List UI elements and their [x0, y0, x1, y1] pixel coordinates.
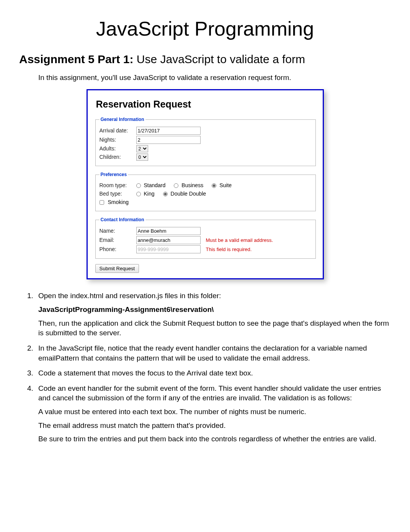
legend-preferences: Preferences	[100, 171, 128, 178]
step-1-path: JavaScriptProgramming-Assignment6\reserv…	[38, 305, 391, 315]
room-standard-label: Standard	[144, 182, 166, 189]
nights-label: Nights:	[100, 136, 134, 144]
email-input[interactable]	[136, 236, 201, 244]
fieldset-contact: Contact Information Name: Email: Must be…	[95, 217, 316, 259]
step-4-text-c: The email address must match the pattern…	[38, 421, 391, 431]
step-4-text-d: Be sure to trim the entries and put them…	[38, 434, 391, 444]
smoking-checkbox[interactable]	[100, 200, 104, 205]
step-2: In the JavaScript file, notice that the …	[35, 343, 391, 363]
adults-select[interactable]: 2	[136, 145, 148, 152]
submit-request-button[interactable]: Submit Request	[95, 264, 139, 273]
phone-label: Phone:	[100, 246, 134, 253]
fieldset-preferences: Preferences Room type: Standard Business…	[95, 171, 316, 211]
form-heading: Reservation Request	[96, 98, 316, 111]
room-business-label: Business	[181, 182, 203, 189]
children-select[interactable]: 0	[136, 153, 148, 161]
bed-double-radio[interactable]	[163, 192, 168, 196]
room-business-radio[interactable]	[174, 183, 178, 188]
room-standard-radio[interactable]	[136, 183, 141, 188]
bedtype-group: King Double Double	[136, 190, 213, 197]
name-label: Name:	[100, 227, 134, 235]
bed-king-radio[interactable]	[136, 192, 141, 196]
bedtype-label: Bed type:	[100, 190, 134, 197]
roomtype-label: Room type:	[100, 182, 134, 189]
step-4-text-b: A value must be entered into each text b…	[38, 407, 391, 417]
page-title: JavaScript Programming	[19, 15, 391, 42]
adults-label: Adults:	[100, 145, 134, 152]
name-input[interactable]	[136, 227, 201, 235]
reservation-form-screenshot: Reservation Request General Information …	[87, 89, 324, 279]
smoking-label: Smoking	[108, 199, 129, 206]
phone-input[interactable]	[136, 245, 201, 253]
assignment-heading: Assignment 5 Part 1: Use JavaScript to v…	[19, 52, 391, 67]
step-1: Open the index.html and reservation.js f…	[35, 291, 391, 338]
bed-king-label: King	[144, 190, 155, 197]
arrival-date-input[interactable]	[136, 127, 201, 135]
room-suite-radio[interactable]	[212, 183, 216, 188]
fieldset-general: General Information Arrival date: Nights…	[95, 116, 316, 166]
intro-text: In this assignment, you'll use JavaScrip…	[38, 73, 391, 83]
step-4-text-a: Code an event handler for the submit eve…	[38, 384, 381, 402]
bed-double-label: Double Double	[171, 190, 206, 197]
step-1-text-c: Then, run the application and click the …	[38, 318, 391, 338]
legend-contact: Contact Information	[100, 217, 145, 223]
room-suite-label: Suite	[219, 182, 232, 189]
legend-general: General Information	[100, 116, 145, 122]
email-label: Email:	[100, 237, 134, 244]
assignment-heading-bold: Assignment 5 Part 1:	[19, 53, 133, 65]
assignment-heading-rest: Use JavaScript to validate a form	[133, 53, 305, 65]
email-error: Must be a valid email address.	[206, 237, 273, 244]
children-label: Children:	[100, 153, 134, 161]
instruction-list: Open the index.html and reservation.js f…	[19, 291, 391, 444]
arrival-date-label: Arrival date:	[100, 127, 134, 134]
nights-input[interactable]	[136, 136, 201, 144]
step-4: Code an event handler for the submit eve…	[35, 383, 391, 444]
roomtype-group: Standard Business Suite	[136, 182, 239, 189]
phone-error: This field is required.	[206, 246, 252, 253]
step-3: Code a statement that moves the focus to…	[35, 368, 391, 378]
step-1-text-a: Open the index.html and reservation.js f…	[38, 292, 221, 300]
